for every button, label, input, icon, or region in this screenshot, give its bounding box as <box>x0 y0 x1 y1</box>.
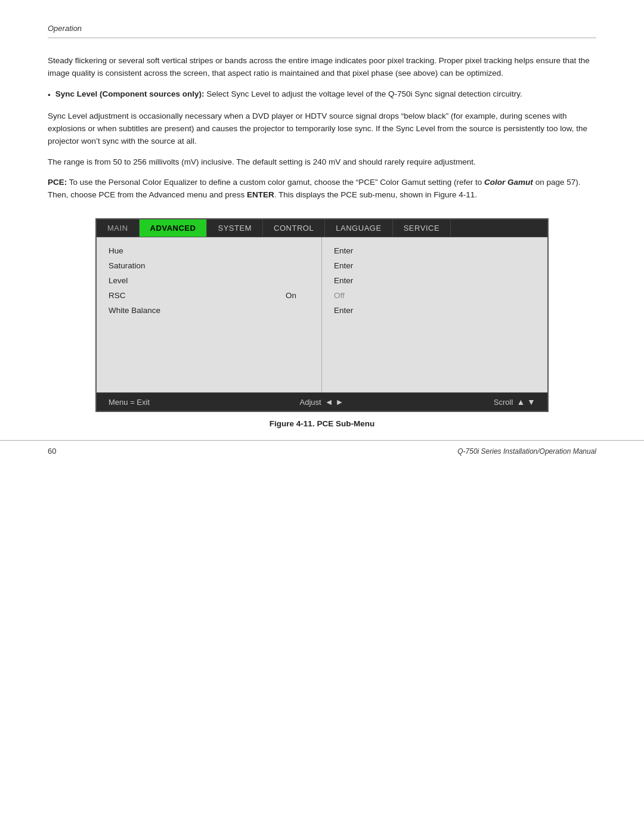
menu-row-rsc: RSC On <box>97 288 321 303</box>
footer-page-number: 60 <box>48 447 95 456</box>
pce-color-gamut: Color Gamut <box>484 178 533 187</box>
page-footer: 60 Q-750i Series Installation/Operation … <box>0 440 644 456</box>
pce-prefix-bold: PCE: <box>48 178 67 187</box>
menu-row-rsc-right: Off <box>322 288 547 303</box>
figure-pce-submenu: MAIN ADVANCED SYSTEM CONTROL LANGUAGE SE… <box>95 218 549 428</box>
menu-row-level: Level <box>97 273 321 288</box>
footer-manual-title: Q-750i Series Installation/Operation Man… <box>457 447 596 456</box>
row-rsc-off: Off <box>334 291 358 300</box>
menu-footer: Menu = Exit Adjust ◄ ► Scroll ▲ ▼ <box>97 392 547 411</box>
bullet-prefix: Sync Level (Component sources only): <box>55 89 205 98</box>
tab-main[interactable]: MAIN <box>97 219 140 237</box>
row-rsc-midval: On <box>286 291 309 300</box>
menu-left-col: Hue Saturation Level RSC <box>97 237 322 392</box>
menu-right-col: Enter Enter Enter Off <box>322 237 547 392</box>
bullet-sync-level: • Sync Level (Component sources only): S… <box>48 88 596 102</box>
footer-scroll-arrows: ▲ ▼ <box>516 397 535 407</box>
figure-caption: Figure 4-11. PCE Sub-Menu <box>95 419 549 428</box>
tab-control[interactable]: CONTROL <box>263 219 325 237</box>
footer-menu-exit: Menu = Exit <box>109 398 150 407</box>
paragraph-4: The range is from 50 to 256 millivolts (… <box>48 156 596 169</box>
row-wb-enter: Enter <box>334 306 353 315</box>
footer-adjust: Adjust ◄ ► <box>300 397 344 407</box>
row-level-enter: Enter <box>334 276 353 285</box>
footer-scroll-label: Scroll <box>494 398 513 407</box>
tab-advanced[interactable]: ADVANCED <box>140 219 208 237</box>
menu-row-saturation-right: Enter <box>322 258 547 273</box>
menu-row-hue: Hue <box>97 243 321 258</box>
menu-row-saturation: Saturation <box>97 258 321 273</box>
row-saturation-label: Saturation <box>109 261 286 270</box>
tab-language[interactable]: LANGUAGE <box>325 219 392 237</box>
top-divider <box>48 38 596 38</box>
pce-text1: To use the Personal Color Equalizer to d… <box>67 178 484 187</box>
row-wb-label: White Balance <box>109 306 286 315</box>
footer-scroll: Scroll ▲ ▼ <box>494 397 535 407</box>
paragraph-1: Steady flickering or several soft vertic… <box>48 55 596 80</box>
row-saturation-enter: Enter <box>334 261 353 270</box>
paragraph-3: Sync Level adjustment is occasionally ne… <box>48 110 596 148</box>
bullet-body: Select Sync Level to adjust the voltage … <box>205 89 522 98</box>
bullet-text: Sync Level (Component sources only): Sel… <box>55 88 522 102</box>
section-header: Operation <box>48 24 596 33</box>
row-level-label: Level <box>109 276 286 285</box>
paragraph-pce: PCE: To use the Personal Color Equalizer… <box>48 176 596 202</box>
row-rsc-label: RSC <box>109 291 286 300</box>
tab-service[interactable]: SERVICE <box>393 219 451 237</box>
footer-menu-label: Menu = Exit <box>109 398 150 407</box>
row-hue-label: Hue <box>109 246 286 255</box>
pce-text3: . This displays the PCE sub-menu, shown … <box>274 190 477 199</box>
menu-row-wb-right: Enter <box>322 303 547 318</box>
menu-box: MAIN ADVANCED SYSTEM CONTROL LANGUAGE SE… <box>95 218 549 412</box>
menu-row-level-right: Enter <box>322 273 547 288</box>
bullet-dot: • <box>48 89 51 102</box>
row-hue-enter: Enter <box>334 246 353 255</box>
menu-row-hue-right: Enter <box>322 243 547 258</box>
footer-adjust-label: Adjust <box>300 398 321 407</box>
footer-adjust-arrows: ◄ ► <box>325 397 344 407</box>
tab-system[interactable]: SYSTEM <box>207 219 263 237</box>
menu-tabs: MAIN ADVANCED SYSTEM CONTROL LANGUAGE SE… <box>97 219 547 237</box>
menu-row-white-balance: White Balance <box>97 303 321 318</box>
menu-content: Hue Saturation Level RSC <box>97 237 547 392</box>
pce-enter: ENTER <box>247 190 274 199</box>
